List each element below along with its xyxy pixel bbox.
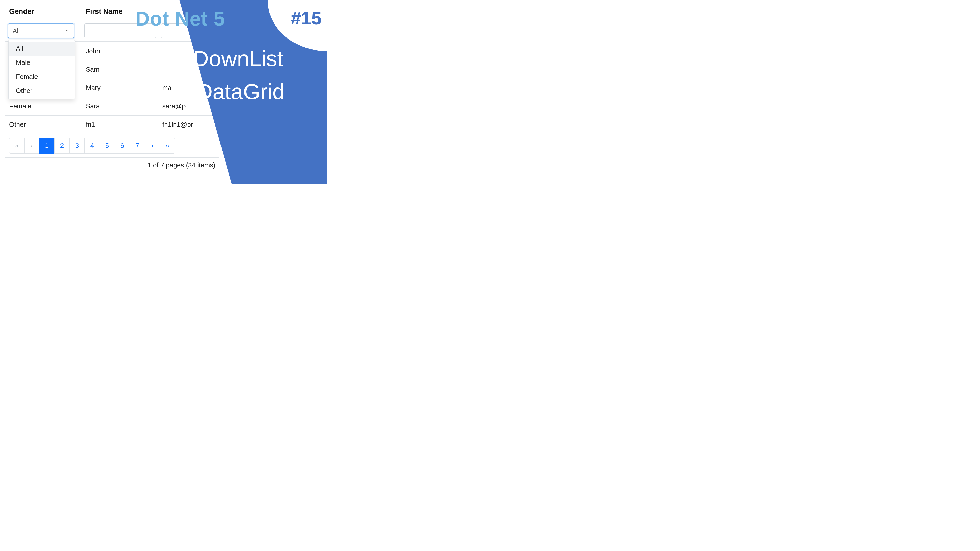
- table-row[interactable]: Other fn1 fn1ln1@pr: [5, 116, 219, 134]
- title-line-1: DropDownList: [145, 46, 283, 71]
- cell-firstname: Sara: [82, 97, 159, 115]
- gender-option-male[interactable]: Male: [9, 56, 75, 70]
- cell-firstname: Mary: [82, 79, 159, 97]
- page-2-button[interactable]: 2: [54, 138, 70, 154]
- gender-filter-dropdown[interactable]: All All Male Female Other: [8, 24, 74, 38]
- page-3-button[interactable]: 3: [69, 138, 85, 154]
- gender-option-all[interactable]: All: [9, 41, 75, 56]
- chevron-down-icon: [64, 27, 70, 35]
- column-header-gender[interactable]: Gender: [5, 3, 82, 20]
- page-prev-button[interactable]: ‹: [24, 138, 40, 154]
- page-4-button[interactable]: 4: [84, 138, 100, 154]
- cell-gender: Other: [5, 116, 82, 134]
- cell-gender: Female: [5, 97, 82, 115]
- page-next-button[interactable]: ›: [145, 138, 160, 154]
- cell-firstname: fn1: [82, 116, 159, 134]
- page-last-button[interactable]: »: [160, 138, 175, 154]
- episode-number: #15: [291, 8, 321, 29]
- gender-option-female[interactable]: Female: [9, 70, 75, 84]
- page-first-button[interactable]: «: [9, 138, 24, 154]
- page-6-button[interactable]: 6: [115, 138, 130, 154]
- page-1-button[interactable]: 1: [39, 138, 55, 154]
- pagination: « ‹ 1 2 3 4 5 6 7 › »: [5, 134, 219, 158]
- page-5-button[interactable]: 5: [100, 138, 115, 154]
- series-title: Dot Net 5: [135, 7, 225, 30]
- page-7-button[interactable]: 7: [130, 138, 145, 154]
- gender-option-other[interactable]: Other: [9, 84, 75, 98]
- title-line-2: in DataGrid: [173, 79, 285, 104]
- gender-filter-menu: All Male Female Other: [8, 40, 75, 100]
- pagination-status: 1 of 7 pages (34 items): [5, 158, 219, 173]
- gender-filter-value: All: [13, 27, 20, 35]
- cell-email: fn1ln1@pr: [159, 116, 219, 134]
